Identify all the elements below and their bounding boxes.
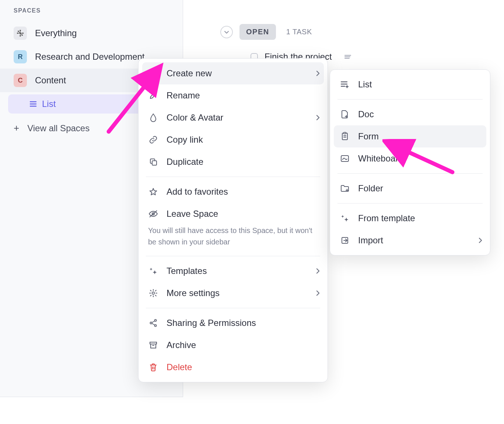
spaces-section-header: SPACES [0,7,183,21]
whiteboard-icon [340,153,350,164]
menu-separator [146,308,320,308]
menu-copy-link[interactable]: Copy link [139,129,328,151]
menu-label: List [358,79,372,90]
svg-point-10 [152,292,154,294]
sidebar-item-label: Everything [35,28,77,38]
svg-point-12 [155,320,157,322]
menu-separator [146,177,320,177]
sidebar-item-label: Research and Development [35,52,145,62]
menu-label: Doc [358,109,374,119]
create-new-submenu: List Doc Form Whiteboard Folder From tem… [330,69,490,256]
menu-create-new[interactable]: Create new [142,62,324,84]
svg-rect-15 [151,344,156,348]
chevron-right-icon [316,114,320,121]
submenu-list[interactable]: List [330,73,490,95]
submenu-whiteboard[interactable]: Whiteboard [330,147,490,170]
space-badge-c: C [14,74,27,87]
chevron-right-icon [478,237,483,244]
eye-off-icon [148,209,158,219]
menu-label: Templates [167,266,207,276]
menu-label: Import [358,235,383,246]
doc-icon [340,109,350,119]
duplicate-icon [148,157,158,167]
menu-label: Folder [358,183,383,194]
menu-label: Add to favorites [167,187,228,197]
link-icon [148,135,158,145]
menu-label: Rename [167,90,200,101]
svg-point-13 [155,325,157,327]
status-row: OPEN 1 TASK [220,24,493,40]
folder-add-icon [340,183,350,194]
plus-icon: + [14,122,19,134]
menu-separator [146,256,320,256]
sparkle-icon [340,213,350,223]
task-more-icon[interactable] [344,54,352,60]
menu-leave-space[interactable]: Leave Space [139,203,328,225]
gear-icon [148,288,158,298]
list-add-icon [340,79,350,90]
menu-more-settings[interactable]: More settings [139,282,328,304]
submenu-import[interactable]: Import [330,229,490,251]
menu-label: Leave Space [167,209,218,219]
menu-label: Duplicate [167,157,203,167]
plus-icon [148,68,158,79]
submenu-form[interactable]: Form [334,125,486,147]
view-all-label: View all Spaces [27,123,90,133]
everything-icon [14,27,27,40]
menu-duplicate[interactable]: Duplicate [139,151,328,173]
menu-sharing[interactable]: Sharing & Permissions [139,312,328,334]
menu-add-favorites[interactable]: Add to favorites [139,181,328,203]
menu-separator [337,173,483,174]
menu-label: Sharing & Permissions [167,318,256,328]
menu-label: Delete [167,362,192,372]
menu-rename[interactable]: Rename [139,84,328,107]
chevron-right-icon [316,70,320,77]
submenu-folder[interactable]: Folder [330,177,490,199]
menu-label: Copy link [167,135,203,145]
sparkle-icon [148,266,158,276]
submenu-from-template[interactable]: From template [330,207,490,229]
task-count: 1 TASK [286,28,312,36]
sidebar-item-label: Content [35,75,66,86]
menu-label: Color & Avatar [167,112,223,123]
sidebar-list-label: List [42,99,56,109]
droplet-icon [148,112,158,123]
space-badge-r: R [14,50,27,63]
svg-rect-8 [152,161,157,165]
form-icon [340,131,350,142]
menu-separator [337,99,483,100]
leave-space-description: You will still have access to this Space… [139,225,328,252]
chevron-right-icon [316,268,320,274]
menu-label: More settings [167,288,220,298]
archive-icon [148,340,158,350]
menu-label: Create new [167,68,212,79]
menu-label: Form [358,131,379,142]
list-icon [29,101,37,107]
status-badge[interactable]: OPEN [239,24,276,40]
menu-separator [337,203,483,204]
pencil-icon [148,90,158,101]
chevron-right-icon [316,290,320,296]
import-icon [340,235,350,246]
share-icon [148,318,158,328]
menu-archive[interactable]: Archive [139,334,328,356]
submenu-doc[interactable]: Doc [330,103,490,125]
menu-label: Whiteboard [358,153,403,164]
sidebar-item-everything[interactable]: Everything [0,21,183,45]
menu-templates[interactable]: Templates [139,260,328,282]
svg-rect-17 [344,132,346,134]
menu-label: From template [358,213,415,223]
menu-color-avatar[interactable]: Color & Avatar [139,107,328,129]
star-icon [148,187,158,197]
context-menu: Create new Rename Color & Avatar Copy li… [138,58,328,382]
trash-icon [148,362,158,372]
chevron-down-icon [224,29,229,35]
menu-label: Archive [167,340,196,350]
collapse-button[interactable] [220,26,233,38]
menu-delete[interactable]: Delete [139,356,328,378]
